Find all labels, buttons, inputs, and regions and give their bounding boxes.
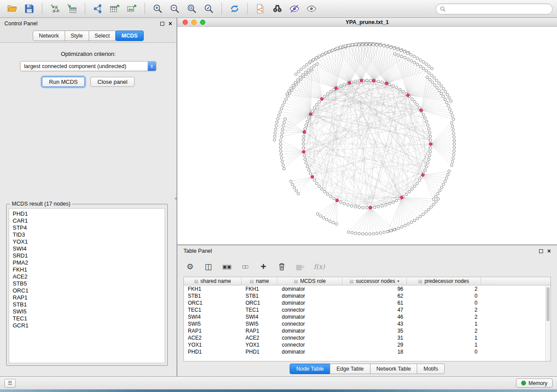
mcds-result-item[interactable]: SWI5 (13, 308, 165, 315)
table-toolbar-create-column-button[interactable]: + (259, 261, 268, 272)
network-node[interactable] (413, 185, 416, 188)
network-leaf-node[interactable] (325, 52, 327, 54)
network-leaf-node[interactable] (282, 125, 284, 127)
network-leaf-node[interactable] (393, 228, 396, 231)
network-leaf-node[interactable] (331, 49, 334, 52)
table-toolbar-select-all-button[interactable]: ▣▣ (222, 261, 232, 272)
network-leaf-node[interactable] (297, 70, 300, 73)
network-leaf-node[interactable] (316, 63, 318, 65)
network-leaf-node[interactable] (335, 223, 338, 225)
network-leaf-node[interactable] (280, 150, 282, 152)
network-node[interactable] (343, 203, 346, 205)
network-node[interactable] (411, 98, 413, 100)
network-node[interactable] (377, 80, 380, 83)
network-leaf-node[interactable] (299, 76, 301, 79)
network-node[interactable] (302, 143, 304, 145)
search-input[interactable] (448, 6, 548, 12)
network-node[interactable] (388, 83, 391, 86)
network-leaf-node[interactable] (430, 206, 432, 208)
network-hub-node[interactable] (421, 173, 424, 176)
network-leaf-node[interactable] (361, 43, 364, 46)
network-leaf-node[interactable] (450, 164, 453, 167)
column-header-name[interactable]: ▤name (242, 277, 277, 285)
network-leaf-node[interactable] (400, 49, 402, 52)
network-leaf-node[interactable] (281, 132, 284, 134)
network-leaf-node[interactable] (273, 139, 276, 141)
toolbar-button-style-preview[interactable] (287, 2, 302, 16)
network-node[interactable] (426, 124, 429, 127)
network-leaf-node[interactable] (432, 203, 435, 206)
network-leaf-node[interactable] (318, 55, 321, 57)
network-hub-node[interactable] (336, 199, 339, 202)
network-node[interactable] (311, 110, 314, 113)
network-leaf-node[interactable] (453, 139, 456, 142)
toolbar-button-save-session[interactable] (21, 2, 37, 16)
toolbar-button-find[interactable] (270, 2, 285, 16)
toolbar-button-export-network[interactable] (253, 2, 268, 16)
column-header-predecessor-nodes[interactable]: ▤predecessor nodes (407, 277, 481, 285)
network-node[interactable] (315, 182, 318, 185)
network-node[interactable] (350, 205, 353, 207)
network-node[interactable] (381, 81, 384, 83)
network-leaf-node[interactable] (390, 46, 392, 49)
network-hub-node[interactable] (372, 79, 375, 82)
tab-mcds[interactable]: MCDS (115, 31, 144, 41)
table-row[interactable]: YOX1YOX1connector291 (184, 341, 550, 348)
network-node[interactable] (339, 201, 342, 203)
network-leaf-node[interactable] (429, 79, 431, 81)
network-leaf-node[interactable] (433, 84, 436, 86)
table-row[interactable]: FKH1FKH1dominator962 (184, 285, 550, 292)
network-leaf-node[interactable] (442, 183, 445, 186)
network-leaf-node[interactable] (448, 96, 450, 99)
network-leaf-node[interactable] (279, 146, 282, 149)
network-leaf-node[interactable] (322, 217, 325, 219)
network-leaf-node[interactable] (436, 192, 439, 195)
network-leaf-node[interactable] (440, 85, 443, 87)
network-node[interactable] (429, 139, 432, 141)
network-leaf-node[interactable] (279, 143, 282, 145)
table-row[interactable]: TEC1TEC1connector472 (184, 306, 550, 313)
network-node[interactable] (424, 169, 426, 172)
tab-style[interactable]: Style (65, 31, 89, 41)
network-leaf-node[interactable] (294, 73, 297, 76)
mcds-result-item[interactable]: PHD1 (13, 210, 165, 217)
network-leaf-node[interactable] (393, 47, 396, 50)
network-leaf-node[interactable] (277, 117, 279, 120)
network-node[interactable] (323, 95, 326, 98)
toolbar-button-new-network[interactable] (90, 2, 106, 16)
network-node[interactable] (422, 113, 425, 116)
network-node[interactable] (416, 103, 419, 106)
mcds-result-item[interactable]: STB1 (13, 301, 165, 308)
network-leaf-node[interactable] (309, 60, 311, 63)
network-leaf-node[interactable] (274, 128, 277, 131)
network-node[interactable] (374, 206, 376, 209)
window-close-button[interactable] (183, 20, 188, 25)
table-row[interactable]: PHD1PHD1dominator180 (184, 348, 550, 355)
network-leaf-node[interactable] (280, 157, 283, 159)
network-leaf-node[interactable] (358, 232, 360, 235)
network-leaf-node[interactable] (433, 76, 436, 79)
network-leaf-node[interactable] (451, 114, 454, 117)
table-row[interactable]: ACE2ACE2connector311 (184, 334, 550, 341)
tab-edge-table[interactable]: Edge Table (330, 364, 370, 374)
network-leaf-node[interactable] (361, 233, 364, 235)
network-window-titlebar[interactable]: YPA_prune.txt_1 (177, 18, 557, 27)
network-leaf-node[interactable] (276, 121, 278, 124)
network-hub-node[interactable] (360, 79, 363, 82)
network-node[interactable] (429, 154, 431, 157)
network-leaf-node[interactable] (435, 200, 437, 203)
network-leaf-node[interactable] (437, 198, 439, 200)
network-leaf-node[interactable] (286, 93, 288, 96)
network-leaf-node[interactable] (453, 136, 455, 138)
network-leaf-node[interactable] (453, 146, 456, 149)
toolbar-button-apply-preferred-layout[interactable] (227, 2, 242, 16)
network-node[interactable] (305, 124, 308, 127)
network-leaf-node[interactable] (313, 65, 315, 67)
network-leaf-node[interactable] (403, 51, 406, 53)
window-minimize-button[interactable] (191, 20, 197, 25)
network-node[interactable] (392, 85, 394, 87)
memory-button[interactable]: Memory (516, 378, 553, 388)
network-leaf-node[interactable] (416, 63, 419, 66)
network-node[interactable] (306, 120, 309, 123)
float-table-panel-icon[interactable] (539, 249, 543, 253)
